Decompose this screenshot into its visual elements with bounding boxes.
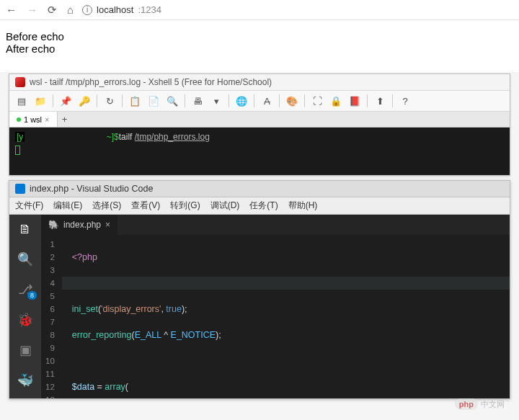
editor-tab-filename: index.php	[63, 220, 101, 230]
forward-icon: →	[27, 4, 37, 15]
vscode-app-icon	[15, 184, 25, 194]
terminal-command: tailf	[119, 132, 133, 142]
font-icon[interactable]: A̶	[259, 94, 275, 108]
vscode-titlebar: index.php - Visual Studio Code	[9, 181, 510, 197]
search-icon[interactable]: 🔍	[17, 251, 34, 268]
reload-icon[interactable]: ⟳	[48, 4, 57, 15]
scm-badge: 8	[27, 291, 37, 300]
vscode-window: index.php - Visual Studio Code 文件(F) 编辑(…	[9, 180, 510, 399]
color-icon[interactable]: 🎨	[284, 94, 300, 108]
prompt-symbol: $	[114, 132, 119, 142]
terminal-line-2	[15, 143, 504, 156]
fullscreen-icon[interactable]: ⛶	[309, 94, 325, 108]
key-icon[interactable]: 🔑	[76, 94, 92, 108]
open-icon[interactable]: 📁	[32, 94, 48, 108]
code-editor[interactable]: 1234567891011121314 <?php ini_set('displ…	[41, 235, 510, 398]
vscode-menubar: 文件(F) 编辑(E) 选择(S) 查看(V) 转到(G) 调试(D) 任务(T…	[9, 197, 510, 215]
xshell-add-tab[interactable]: +	[58, 114, 72, 125]
xshell-title-text: wsl - tailf /tmp/php_errors.log - Xshell…	[30, 77, 272, 87]
upload-icon[interactable]: ⬆	[372, 94, 388, 108]
tab-status-dot	[17, 117, 21, 122]
editor-area: 🐘 index.php × 1234567891011121314 <?php …	[41, 215, 510, 398]
menu-tasks[interactable]: 任务(T)	[249, 200, 278, 212]
editor-tab-close-icon[interactable]: ×	[105, 220, 110, 230]
watermark-text: 中文网	[481, 399, 505, 410]
xshell-app-icon	[15, 77, 25, 87]
output-line-2: After echo	[6, 43, 513, 55]
copy-icon[interactable]: 📋	[127, 94, 143, 108]
pin-icon[interactable]: 📌	[58, 94, 74, 108]
terminal-command-arg: /tmp/php_errors.log	[135, 132, 210, 142]
book-icon[interactable]: 📕	[347, 94, 363, 108]
url-bar[interactable]: i localhost:1234	[82, 4, 161, 15]
info-icon[interactable]: i	[82, 5, 92, 15]
docker-icon[interactable]: 🐳	[17, 372, 34, 389]
menu-help[interactable]: 帮助(H)	[288, 200, 318, 212]
back-icon[interactable]: ←	[6, 4, 17, 15]
paste-icon[interactable]: 📄	[146, 94, 161, 108]
xshell-toolbar: ▤ 📁 📌 🔑 ↻ 📋 📄 🔍 🖶 ▾ 🌐 A̶ 🎨 ⛶ 🔒 📕 ⬆ ?	[9, 91, 510, 112]
scm-icon[interactable]: ⎇8	[17, 281, 34, 298]
browser-nav-icons: ← → ⟳ ⌂	[6, 4, 74, 15]
url-host: localhost	[97, 4, 133, 15]
watermark-logo: php	[455, 398, 478, 410]
terminal-line-1: [y ~]$tailf /tmp/php_errors.log	[15, 130, 504, 143]
search-icon[interactable]: 🔍	[164, 94, 180, 108]
url-port: :1234	[138, 4, 161, 15]
page-body: Before echo After echo	[0, 20, 519, 72]
menu-file[interactable]: 文件(F)	[15, 200, 43, 212]
watermark: php 中文网	[455, 398, 505, 410]
globe-icon[interactable]: 🌐	[234, 94, 249, 108]
terminal[interactable]: [y ~]$tailf /tmp/php_errors.log	[9, 128, 510, 175]
menu-debug[interactable]: 调试(D)	[210, 200, 240, 212]
cursor-icon	[15, 146, 20, 155]
home-icon[interactable]: ⌂	[67, 4, 74, 15]
menu-edit[interactable]: 编辑(E)	[53, 200, 82, 212]
vscode-title-text: index.php - Visual Studio Code	[30, 184, 153, 194]
debug-icon[interactable]: 🐞	[17, 311, 34, 329]
reconnect-icon[interactable]: ↻	[102, 94, 117, 108]
properties-icon[interactable]: ▾	[208, 94, 224, 108]
output-line-1: Before echo	[6, 30, 513, 43]
prompt-user: [y	[15, 132, 25, 142]
browser-nav-bar: ← → ⟳ ⌂ i localhost:1234	[0, 0, 519, 20]
new-session-icon[interactable]: ▤	[14, 94, 30, 108]
xshell-tab-label: 1 wsl	[24, 115, 42, 124]
vscode-body: 🗎 🔍 ⎇8 🐞 ▣ 🐳 🐘 index.php × 1234567891011…	[9, 215, 510, 398]
xshell-window: wsl - tailf /tmp/php_errors.log - Xshell…	[9, 73, 510, 176]
editor-tab-index-php[interactable]: 🐘 index.php ×	[41, 215, 118, 235]
activity-bar: 🗎 🔍 ⎇8 🐞 ▣ 🐳	[9, 215, 41, 398]
menu-goto[interactable]: 转到(G)	[170, 200, 200, 212]
editor-tabs: 🐘 index.php ×	[41, 215, 510, 235]
menu-view[interactable]: 查看(V)	[131, 200, 160, 212]
extensions-icon[interactable]: ▣	[17, 341, 34, 359]
print-icon[interactable]: 🖶	[190, 94, 205, 108]
xshell-tab-1[interactable]: 1 wsl ×	[9, 112, 58, 127]
explorer-icon[interactable]: 🗎	[17, 220, 34, 238]
help-icon[interactable]: ?	[397, 94, 413, 108]
lock-icon[interactable]: 🔒	[328, 94, 344, 108]
xshell-titlebar: wsl - tailf /tmp/php_errors.log - Xshell…	[9, 74, 510, 91]
tab-close-icon[interactable]: ×	[45, 115, 49, 124]
menu-select[interactable]: 选择(S)	[92, 200, 121, 212]
php-file-icon: 🐘	[48, 220, 59, 230]
line-numbers: 1234567891011121314	[41, 235, 62, 398]
prompt-path: ~]	[104, 132, 114, 142]
code-content[interactable]: <?php ini_set('display_errors', true); e…	[62, 235, 510, 398]
xshell-tabs: 1 wsl × +	[9, 112, 510, 128]
